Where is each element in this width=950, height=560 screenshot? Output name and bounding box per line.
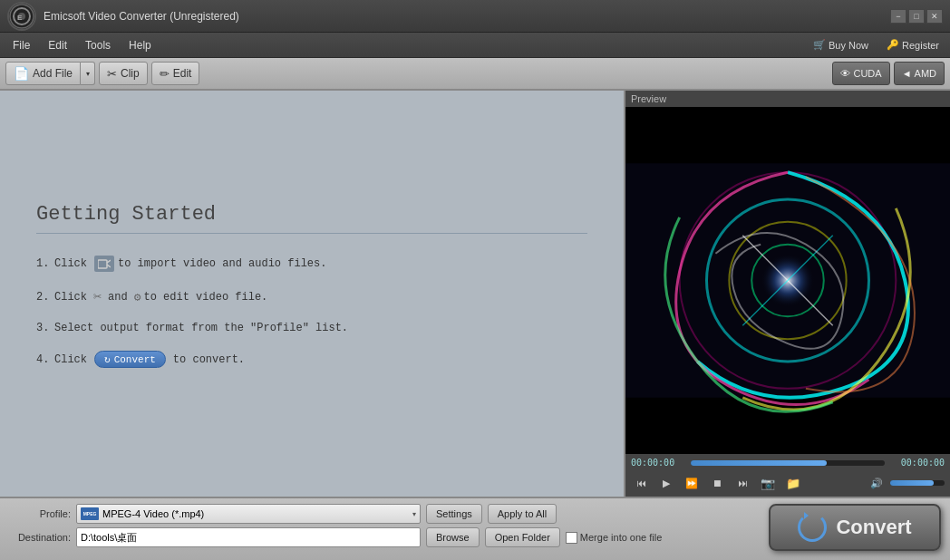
preview-video <box>625 107 950 454</box>
minimize-button[interactable]: − <box>890 9 906 24</box>
play-button[interactable]: ▶ <box>656 475 676 491</box>
svg-rect-4 <box>98 260 107 268</box>
menu-file[interactable]: File <box>4 35 39 55</box>
chevron-down-icon: ▾ <box>412 510 416 518</box>
edit-icon: ✏ <box>160 67 170 81</box>
convert-mini-button: ↻ Convert <box>94 351 166 368</box>
amd-icon: ◄ <box>902 68 912 79</box>
register-button[interactable]: 🔑 Register <box>879 36 946 53</box>
right-toolbar: 👁 CUDA ◄ AMD <box>832 62 945 85</box>
control-buttons: ⏮ ▶ ⏩ ⏹ ⏭ 📷 📁 🔊 <box>631 473 945 493</box>
key-icon: 🔑 <box>887 39 899 51</box>
svg-text:E: E <box>17 14 23 22</box>
app-logo: E <box>7 2 36 31</box>
destination-label: Destination: <box>9 532 71 543</box>
time-end: 00:00:00 <box>890 458 945 468</box>
screenshot-button[interactable]: 📷 <box>758 475 778 491</box>
menu-tools[interactable]: Tools <box>76 35 120 55</box>
convert-mini-icon: ↻ <box>104 353 111 365</box>
add-file-dropdown-button[interactable]: ▾ <box>81 62 95 85</box>
progress-fill <box>691 460 827 466</box>
profile-value: MPEG-4 Video (*.mp4) <box>102 508 204 519</box>
import-icon <box>94 256 114 272</box>
getting-started-area: Getting Started 1. Click to import video… <box>0 91 624 497</box>
volume-area: 🔊 <box>867 475 945 491</box>
right-menu-area: 🛒 Buy Now 🔑 Register <box>806 36 946 53</box>
profile-select[interactable]: MPEG MPEG-4 Video (*.mp4) ▾ <box>76 504 421 524</box>
close-button[interactable]: ✕ <box>926 9 943 24</box>
merge-checkbox-area: Merge into one file <box>566 532 663 544</box>
profile-format-icon: MPEG <box>81 507 99 520</box>
skip-start-button[interactable]: ⏮ <box>631 475 651 491</box>
time-start: 00:00:00 <box>631 458 685 468</box>
add-file-icon: 📄 <box>14 66 29 81</box>
cuda-button[interactable]: 👁 CUDA <box>832 62 889 85</box>
step-4: 4. Click ↻ Convert to convert. <box>36 351 587 368</box>
menu-bar: File Edit Tools Help 🛒 Buy Now 🔑 Registe… <box>0 33 950 58</box>
merge-checkbox[interactable] <box>566 532 577 544</box>
menu-help[interactable]: Help <box>120 35 160 55</box>
add-file-button[interactable]: 📄 Add File <box>5 62 81 85</box>
destination-value: D:\tools\桌面 <box>81 531 137 545</box>
settings-button[interactable]: Settings <box>426 504 482 524</box>
cuda-icon: 👁 <box>840 68 850 79</box>
edit-button[interactable]: ✏ Edit <box>151 62 200 85</box>
settings2-icon: ⚙ <box>134 290 141 304</box>
clip-button[interactable]: ✂ Clip <box>99 62 148 85</box>
convert-spin-icon <box>798 513 827 542</box>
video-controls: 00:00:00 00:00:00 ⏮ ▶ ⏩ ⏹ ⏭ 📷 📁 🔊 <box>625 454 950 497</box>
convert-label: Convert <box>836 516 911 539</box>
fast-forward-button[interactable]: ⏩ <box>682 475 702 491</box>
maximize-button[interactable]: □ <box>908 9 925 24</box>
cart-icon: 🛒 <box>813 39 826 51</box>
amd-button[interactable]: ◄ AMD <box>894 62 945 85</box>
convert-button[interactable]: Convert <box>769 504 941 551</box>
buy-now-button[interactable]: 🛒 Buy Now <box>806 36 876 53</box>
volume-fill <box>890 480 934 486</box>
volume-track[interactable] <box>890 480 945 486</box>
apply-to-all-button[interactable]: Apply to All <box>488 504 557 524</box>
clip-icon: ✂ <box>107 67 117 81</box>
step-2: 2. Click ✂ and ⚙ to edit video file. <box>36 288 587 305</box>
window-controls: − □ ✕ <box>890 9 943 24</box>
stop-button[interactable]: ⏹ <box>707 475 727 491</box>
toolbar: 📄 Add File ▾ ✂ Clip ✏ Edit 👁 CUDA ◄ AMD <box>0 58 950 91</box>
skip-end-button[interactable]: ⏭ <box>732 475 752 491</box>
merge-label: Merge into one file <box>580 532 663 543</box>
title-bar: E Emicsoft Video Converter (Unregistered… <box>0 0 950 33</box>
destination-input[interactable]: D:\tools\桌面 <box>76 527 421 547</box>
preview-label: Preview <box>625 91 950 107</box>
browse-button[interactable]: Browse <box>426 527 480 547</box>
progress-bar-area: 00:00:00 00:00:00 <box>631 458 945 468</box>
progress-track[interactable] <box>691 460 885 466</box>
open-folder-button[interactable]: 📁 <box>783 475 803 491</box>
scissors-icon: ✂ <box>93 288 102 305</box>
step-1: 1. Click to import video and audio files… <box>36 256 587 272</box>
getting-started-title: Getting Started <box>36 203 587 234</box>
preview-area: Preview <box>624 91 950 497</box>
convert-arrow-icon <box>804 512 809 519</box>
menu-edit[interactable]: Edit <box>39 35 76 55</box>
volume-icon: 🔊 <box>867 475 887 491</box>
window-title: Emicsoft Video Converter (Unregistered) <box>44 10 890 23</box>
main-content: Getting Started 1. Click to import video… <box>0 91 950 497</box>
profile-label: Profile: <box>9 508 71 519</box>
open-folder-dest-button[interactable]: Open Folder <box>485 527 560 547</box>
step-3: 3. Select output format from the "Profil… <box>36 322 587 334</box>
